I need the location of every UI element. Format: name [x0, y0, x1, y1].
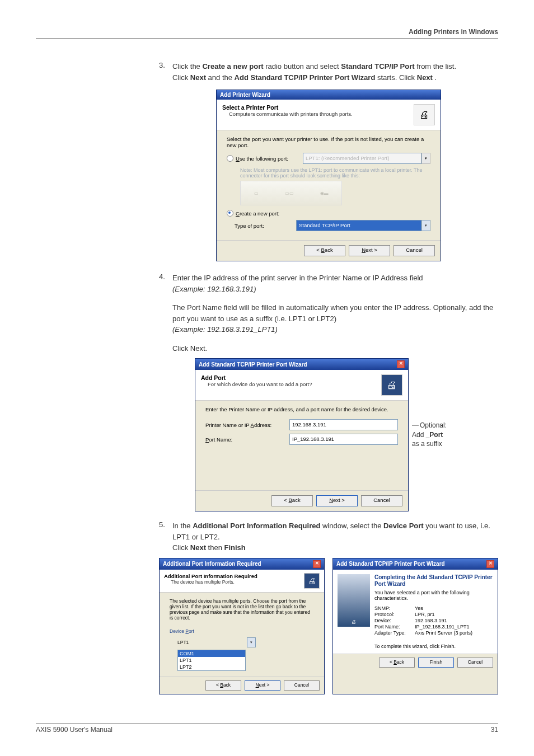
text: . — [435, 73, 437, 82]
back-button[interactable]: < Back — [271, 495, 313, 506]
section-header: Adding Printers in Windows — [36, 28, 498, 39]
kv-key: SNMP: — [374, 605, 415, 611]
kv-key: Device: — [374, 618, 415, 623]
completing-wizard-dialog: Add Standard TCP/IP Printer Port Wizard … — [332, 558, 498, 694]
dropdown-arrow-icon[interactable]: ▾ — [421, 153, 430, 164]
text: In the — [172, 522, 193, 530]
text-bold: Finish — [224, 543, 246, 552]
text-bold: Additional Port Information Required — [193, 522, 320, 530]
text-bold: Add Standard TCP/IP Printer Port Wizard — [235, 73, 376, 82]
next-button[interactable]: Next > — [316, 495, 358, 506]
printer-icon: 🖨 — [381, 374, 402, 396]
dialog-title: Add Standard TCP/IP Printer Port Wizard — [199, 361, 307, 368]
back-button[interactable]: < Back — [304, 245, 345, 256]
kv-key: Port Name: — [374, 624, 415, 630]
example-text: (Example: 192.168.3.191_LPT1) — [172, 325, 278, 334]
cancel-button[interactable]: Cancel — [394, 245, 435, 256]
dropdown-arrow-icon[interactable]: ▾ — [247, 637, 256, 647]
finish-button[interactable]: Finish — [418, 658, 454, 668]
next-button[interactable]: Next > — [245, 680, 280, 691]
dialog-subheading: For which device do you want to add a po… — [208, 381, 312, 387]
use-following-port-label: Use the following port: — [236, 156, 303, 162]
text: Click — [172, 543, 190, 552]
device-port-options[interactable]: COM1 LPT1 LPT2 — [177, 650, 246, 671]
port-name-label: Port Name: — [205, 436, 289, 443]
dialog-heading: Additional Port Information Required — [164, 573, 257, 579]
text-bold: Standard TCP/IP Port — [341, 62, 414, 71]
text: Enter the IP address of the print server… — [172, 274, 423, 282]
use-following-port-radio[interactable] — [227, 155, 233, 162]
next-button[interactable]: Next > — [349, 245, 390, 256]
printer-name-label: Printer Name or IP Address: — [205, 422, 289, 428]
close-icon[interactable]: ✕ — [397, 360, 405, 368]
kv-key: Protocol: — [374, 612, 415, 617]
text-bold: Next — [190, 73, 206, 82]
text-bold: Device Port — [383, 522, 424, 530]
dialog-subheading: The device has multiple Ports. — [171, 579, 257, 585]
text-bold: Create a new port — [202, 62, 263, 71]
text: Click Next. — [172, 344, 207, 353]
kv-key: Adapter Type: — [374, 630, 415, 636]
step-number: 3. — [159, 61, 172, 83]
port-dropdown[interactable]: LPT1: (Recommended Printer Port) — [303, 153, 421, 164]
text: then — [208, 543, 224, 552]
additional-port-info-dialog: Additional Port Information Required ✕ A… — [159, 558, 325, 694]
dialog-title: Add Printer Wizard — [220, 92, 270, 98]
kv-value: IP_192.168.3.191_LPT1 — [415, 624, 470, 630]
dialog-heading: Add Port — [201, 374, 312, 381]
cancel-button[interactable]: Cancel — [361, 495, 402, 506]
kv-value: Yes — [415, 605, 423, 611]
dialog-subheading: Computers communicate with printers thro… — [229, 111, 353, 117]
text: starts. Click — [377, 73, 417, 82]
kv-value: LPR, pr1 — [415, 612, 435, 617]
create-new-port-radio[interactable] — [227, 210, 233, 217]
dialog-instruction: The selected device has multiple ports. … — [170, 598, 314, 621]
text: and the — [208, 73, 235, 82]
dialog-title: Additional Port Information Required — [163, 561, 261, 567]
cancel-button[interactable]: Cancel — [457, 658, 493, 668]
footer-left: AXIS 5900 User's Manual — [36, 726, 113, 734]
connector-illustration: ▭▭▭◉▬ — [240, 181, 342, 205]
step-5: 5. In the Additional Port Information Re… — [159, 520, 498, 553]
step-number: 5. — [159, 520, 172, 553]
text-bold: Next — [417, 73, 433, 82]
close-icon[interactable]: ✕ — [313, 560, 321, 568]
annotation-text: Optional: Add _Port as a suffix — [412, 421, 462, 449]
option-lpt2[interactable]: LPT2 — [178, 664, 245, 670]
printer-name-input[interactable]: 192.168.3.191 — [289, 419, 398, 430]
page-number: 31 — [491, 726, 498, 734]
back-button[interactable]: < Back — [379, 658, 415, 668]
dropdown-arrow-icon[interactable]: ▾ — [421, 220, 430, 231]
kv-value: Axis Print Server (3 ports) — [415, 630, 472, 636]
device-port-label: Device Port — [170, 628, 314, 634]
add-port-wizard-dialog: Add Standard TCP/IP Printer Port Wizard … — [195, 358, 409, 511]
type-of-port-label: Type of port: — [235, 223, 296, 229]
dialog-instruction: Enter the Printer Name or IP address, an… — [205, 406, 398, 412]
text: The Port Name field will be filled in au… — [172, 303, 493, 323]
device-port-dropdown[interactable]: LPT1 — [177, 638, 247, 646]
port-name-input[interactable]: IP_192.168.3.191 — [289, 434, 398, 445]
option-lpt1[interactable]: LPT1 — [178, 657, 245, 664]
close-icon[interactable]: ✕ — [486, 560, 494, 568]
add-printer-wizard-dialog: Add Printer Wizard Select a Printer Port… — [216, 90, 441, 261]
option-com1[interactable]: COM1 — [178, 650, 245, 657]
create-new-port-label: Create a new port: — [236, 210, 279, 217]
dialog-instruction: Select the port you want your printer to… — [227, 136, 430, 148]
text-bold: Next — [190, 543, 206, 552]
example-text: (Example: 192.168.3.191) — [172, 285, 256, 293]
text: radio button and select — [265, 62, 341, 71]
printer-icon: 🖨 — [304, 573, 320, 589]
step-number: 4. — [159, 273, 172, 354]
kv-value: 192.168.3.191 — [415, 618, 447, 623]
cancel-button[interactable]: Cancel — [284, 680, 320, 691]
back-button[interactable]: < Back — [205, 680, 241, 691]
text: Click the — [172, 62, 202, 71]
port-type-dropdown[interactable]: Standard TCP/IP Port — [296, 220, 421, 231]
step-3: 3. Click the Create a new port radio but… — [159, 61, 498, 83]
page-footer: AXIS 5900 User's Manual 31 — [36, 723, 498, 734]
port-note: Note: Most computers use the LPT1: port … — [240, 167, 430, 179]
titlebar: Add Printer Wizard — [217, 90, 441, 100]
dialog-heading: Select a Printer Port — [222, 104, 353, 111]
dialog-title: Add Standard TCP/IP Printer Port Wizard — [336, 561, 445, 567]
wizard-side-image: 🖨 — [338, 574, 370, 627]
